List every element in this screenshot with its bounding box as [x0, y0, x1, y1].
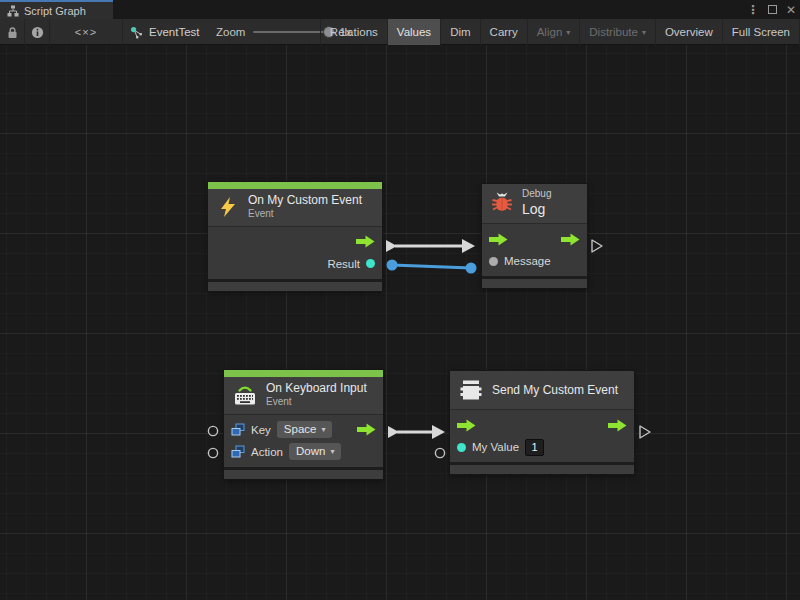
send-flow-out-socket[interactable] — [640, 426, 650, 438]
flow-input-port[interactable] — [457, 419, 476, 432]
flow-wire-event-to-log[interactable] — [386, 239, 475, 253]
window-close-icon[interactable]: ✕ — [786, 3, 796, 17]
node-footer — [450, 462, 634, 474]
node-on-keyboard-input[interactable]: On Keyboard Input Event Key Space ▾ — [224, 370, 383, 479]
node-surtitle: Debug — [522, 188, 551, 201]
flow-wire-keyboard-to-send[interactable] — [388, 425, 445, 439]
distribute-dropdown[interactable]: Distribute ▾ — [580, 19, 656, 45]
node-title: On Keyboard Input — [266, 381, 367, 396]
window-maximize-icon[interactable] — [768, 5, 777, 14]
bug-icon — [490, 191, 514, 215]
keycode-type-icon — [231, 423, 245, 437]
my-value-port-socket[interactable] — [435, 448, 444, 457]
result-port-label: Result — [327, 258, 360, 270]
message-input-port[interactable] — [489, 257, 498, 266]
node-subtitle: Event — [266, 396, 367, 409]
tab-script-graph[interactable]: Script Graph — [0, 0, 113, 19]
graph-toolbar: <×> EventTest Zoom 1x Relations Values D… — [0, 19, 800, 45]
my-value-inline-input[interactable]: 1 — [525, 439, 544, 456]
node-footer — [208, 279, 382, 291]
align-dropdown[interactable]: Align ▾ — [528, 19, 581, 45]
dim-button[interactable]: Dim — [441, 19, 480, 45]
graph-hierarchy-icon — [7, 5, 19, 17]
title-bar: Script Graph ⋮ ✕ — [0, 0, 800, 19]
node-title: Log — [522, 201, 551, 219]
event-coroutine-bar — [208, 182, 382, 189]
chevron-down-icon: ▾ — [321, 426, 325, 434]
flow-output-port[interactable] — [357, 423, 376, 436]
chevron-down-icon: ▾ — [330, 448, 334, 456]
wire-layer — [0, 45, 800, 600]
graph-breadcrumb[interactable]: EventTest — [130, 19, 200, 45]
machine-icon — [458, 378, 484, 402]
action-port-label: Action — [251, 446, 283, 458]
overview-button[interactable]: Overview — [656, 19, 723, 45]
chevron-down-icon: ▾ — [642, 29, 646, 37]
node-debug-log[interactable]: Debug Log Message — [482, 184, 587, 288]
press-state-type-icon — [231, 445, 245, 459]
graph-asset-icon — [130, 26, 143, 39]
zoom-label: Zoom — [216, 26, 245, 38]
full-screen-button[interactable]: Full Screen — [723, 19, 800, 45]
info-button[interactable] — [25, 19, 50, 45]
flow-output-port[interactable] — [608, 419, 627, 432]
relations-button[interactable]: Relations — [321, 19, 388, 45]
flow-output-port[interactable] — [356, 235, 375, 248]
my-value-port-label: My Value — [472, 441, 519, 453]
value-wire-result-to-message[interactable] — [387, 260, 477, 274]
action-dropdown[interactable]: Down ▾ — [289, 443, 341, 460]
graph-canvas[interactable]: On My Custom Event Event Result — [0, 45, 800, 600]
node-footer — [224, 467, 383, 479]
graph-name: EventTest — [149, 26, 200, 38]
node-footer — [482, 276, 587, 288]
event-coroutine-bar — [224, 370, 383, 377]
flow-input-port[interactable] — [489, 233, 508, 246]
key-port-socket[interactable] — [208, 426, 217, 435]
node-title: Send My Custom Event — [492, 383, 618, 398]
carry-button[interactable]: Carry — [481, 19, 528, 45]
tab-title: Script Graph — [24, 5, 86, 17]
node-title: On My Custom Event — [248, 193, 362, 208]
key-port-label: Key — [251, 424, 271, 436]
result-output-port[interactable] — [366, 259, 375, 268]
key-dropdown[interactable]: Space ▾ — [277, 421, 333, 438]
message-port-label: Message — [504, 255, 551, 267]
action-port-socket[interactable] — [208, 448, 217, 457]
lock-icon — [7, 26, 18, 39]
log-flow-out-socket[interactable] — [592, 240, 602, 252]
chevron-down-icon: ▾ — [566, 29, 570, 37]
info-icon — [31, 26, 44, 39]
window-menu-icon[interactable]: ⋮ — [747, 3, 759, 17]
node-subtitle: Event — [248, 208, 362, 221]
node-on-my-custom-event[interactable]: On My Custom Event Event Result — [208, 182, 382, 291]
lightning-bolt-icon — [216, 195, 240, 219]
values-button[interactable]: Values — [388, 19, 441, 45]
code-preview-button[interactable]: <×> — [50, 19, 123, 45]
my-value-input-port[interactable] — [457, 443, 466, 452]
node-send-my-custom-event[interactable]: Send My Custom Event My Value 1 — [450, 371, 634, 474]
lock-button[interactable] — [0, 19, 25, 45]
keyboard-icon — [232, 383, 258, 407]
flow-output-port[interactable] — [561, 233, 580, 246]
